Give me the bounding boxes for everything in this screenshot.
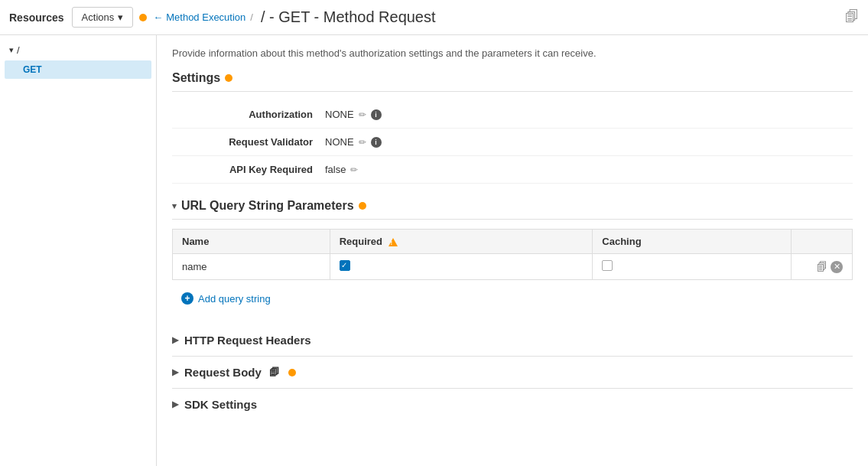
authorization-value: NONE [325,109,354,120]
add-query-row[interactable]: + Add query string [172,288,853,309]
param-actions-cell: 🗐 ✕ [792,254,853,280]
caching-checkbox[interactable] [602,260,613,271]
table-header-row: Name Required Caching [173,230,853,254]
request-body-doc-icon: 🗐 [269,367,279,378]
api-key-edit-icon[interactable]: ✏ [350,165,358,175]
query-section: ▾ URL Query String Parameters Name Requi… [172,199,853,309]
authorization-label: Authorization [172,109,325,120]
request-validator-value-group: NONE ✏ i [325,136,382,148]
breadcrumb-method-execution[interactable]: Method Execution [166,11,245,23]
page-title: / - GET - Method Request [261,8,436,26]
content-description: Provide information about this method's … [172,47,853,59]
sidebar-item-root[interactable]: ▾ / [0,41,156,59]
sdk-settings-section: ▶ SDK Settings [172,389,853,420]
required-checkbox[interactable] [340,260,350,271]
api-key-row: API Key Required false ✏ [172,156,853,184]
settings-header: Settings [172,71,853,92]
request-validator-info-icon[interactable]: i [371,137,382,148]
col-required-header: Required [330,230,593,254]
request-validator-row: Request Validator NONE ✏ i [172,129,853,156]
content-area: Provide information about this method's … [157,35,868,466]
status-dot [139,14,147,21]
actions-label: Actions [82,11,115,23]
authorization-edit-icon[interactable]: ✏ [359,109,366,120]
request-body-status-dot [288,369,296,376]
col-name-header: Name [173,230,330,254]
doc-icon[interactable]: 🗐 [845,9,859,25]
request-body-header[interactable]: ▶ Request Body 🗐 [172,366,853,379]
query-params-table: Name Required Caching name [172,229,853,280]
resources-label: Resources [9,11,64,24]
sdk-settings-header[interactable]: ▶ SDK Settings [172,398,853,411]
main-layout: ▾ / GET Provide information about this m… [0,35,868,466]
table-row: name 🗐 ✕ [173,254,853,280]
http-headers-header[interactable]: ▶ HTTP Request Headers [172,334,853,347]
sidebar-get-label: GET [23,64,42,75]
query-title: URL Query String Parameters [181,199,354,213]
query-caret-icon[interactable]: ▾ [172,201,177,211]
api-key-value: false [325,164,346,175]
sidebar-root-path: / [17,44,20,56]
request-body-section: ▶ Request Body 🗐 [172,357,853,389]
http-headers-title: HTTP Request Headers [184,334,311,347]
param-required-cell[interactable] [330,254,593,280]
sdk-settings-title: SDK Settings [184,398,257,411]
required-warning-icon [388,238,398,246]
back-arrow[interactable]: ← [153,11,163,23]
request-validator-label: Request Validator [172,136,325,148]
query-header: ▾ URL Query String Parameters [172,199,853,220]
row-actions: 🗐 ✕ [801,261,843,273]
request-body-caret-icon: ▶ [172,367,178,377]
add-query-icon[interactable]: + [181,292,193,305]
settings-status-dot [225,74,232,82]
actions-button[interactable]: Actions ▾ [72,7,134,28]
col-actions-header [792,230,853,254]
api-key-label: API Key Required [172,164,325,175]
authorization-value-group: NONE ✏ i [325,109,382,120]
actions-caret-icon: ▾ [118,11,123,23]
row-delete-icon[interactable]: ✕ [831,261,843,273]
row-doc-icon[interactable]: 🗐 [817,261,827,273]
http-headers-section: ▶ HTTP Request Headers [172,324,853,357]
settings-title: Settings [172,71,220,85]
api-key-value-group: false ✏ [325,164,358,175]
authorization-info-icon[interactable]: i [371,109,382,120]
param-caching-cell[interactable] [593,254,792,280]
settings-section: Settings Authorization NONE ✏ i Request … [172,71,853,184]
col-caching-header: Caching [593,230,792,254]
breadcrumb-separator: / [250,11,253,23]
sidebar: ▾ / GET [0,35,157,466]
query-status-dot [359,202,366,210]
sidebar-caret-icon: ▾ [9,45,14,55]
sdk-settings-caret-icon: ▶ [172,399,178,409]
authorization-row: Authorization NONE ✏ i [172,101,853,129]
add-query-label[interactable]: Add query string [198,293,271,305]
request-body-title: Request Body [184,366,262,379]
sidebar-item-get[interactable]: GET [5,60,151,79]
param-name-cell: name [173,254,330,280]
request-validator-edit-icon[interactable]: ✏ [359,137,366,148]
http-headers-caret-icon: ▶ [172,335,178,345]
top-bar: Resources Actions ▾ ← Method Execution /… [0,0,868,35]
request-validator-value: NONE [325,136,354,148]
